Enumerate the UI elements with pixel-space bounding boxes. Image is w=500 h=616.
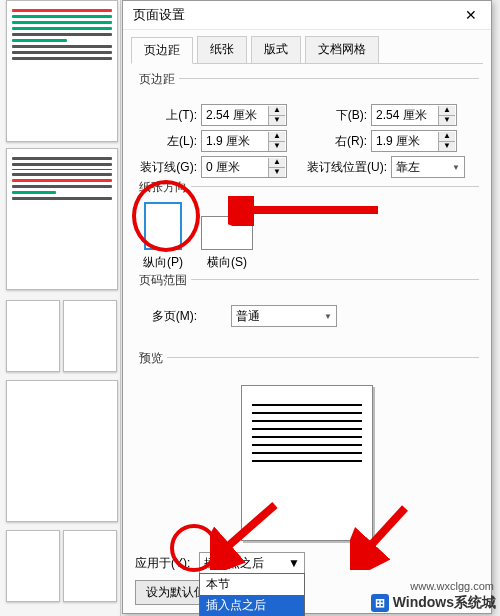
- gutter-pos-select[interactable]: 靠左 ▼: [391, 156, 465, 178]
- margins-heading: 页边距: [135, 71, 179, 88]
- landscape-label: 横向(S): [207, 254, 247, 271]
- apply-to-label: 应用于(Y):: [135, 555, 199, 572]
- apply-option-selected[interactable]: 插入点之后: [200, 595, 304, 616]
- gutter-label: 装订线(G):: [135, 159, 201, 176]
- page-setup-dialog: 页面设置 ✕ 页边距 纸张 版式 文档网格 页边距 上(T): ▲▼ 下(B):: [122, 0, 492, 614]
- orientation-portrait[interactable]: 纵向(P): [143, 202, 183, 271]
- bottom-margin-field[interactable]: [372, 106, 438, 124]
- apply-to-select[interactable]: 插入点之后 ▼ 本节 插入点之后: [199, 552, 305, 574]
- spin-down-icon[interactable]: ▼: [439, 116, 455, 125]
- right-margin-label: 右(R):: [305, 133, 371, 150]
- multi-page-label: 多页(M):: [135, 308, 201, 325]
- preview-heading: 预览: [135, 350, 167, 367]
- chevron-down-icon: ▼: [452, 163, 460, 172]
- apply-to-value: 插入点之后: [204, 555, 264, 572]
- bottom-margin-label: 下(B):: [305, 107, 371, 124]
- orientation-landscape[interactable]: 横向(S): [201, 216, 253, 271]
- top-margin-label: 上(T):: [135, 107, 201, 124]
- multi-page-select[interactable]: 普通 ▼: [231, 305, 337, 327]
- thumbnail-panel: [0, 0, 121, 616]
- spin-up-icon[interactable]: ▲: [269, 106, 285, 116]
- right-margin-input[interactable]: ▲▼: [371, 130, 457, 152]
- pages-heading: 页码范围: [135, 272, 191, 289]
- bottom-margin-input[interactable]: ▲▼: [371, 104, 457, 126]
- spin-up-icon[interactable]: ▲: [439, 106, 455, 116]
- apply-option[interactable]: 本节: [200, 574, 304, 595]
- right-margin-field[interactable]: [372, 132, 438, 150]
- gutter-pos-value: 靠左: [396, 159, 420, 176]
- left-margin-label: 左(L):: [135, 133, 201, 150]
- chevron-down-icon: ▼: [324, 312, 332, 321]
- page-thumb[interactable]: [6, 380, 118, 522]
- page-thumb[interactable]: [63, 530, 117, 602]
- watermark: ⊞ Windows系统城: [371, 594, 496, 612]
- apply-to-dropdown: 本节 插入点之后: [199, 573, 305, 616]
- gutter-pos-label: 装订线位置(U):: [305, 159, 391, 176]
- top-margin-input[interactable]: ▲▼: [201, 104, 287, 126]
- spin-down-icon[interactable]: ▼: [269, 142, 285, 151]
- preview-page: [241, 385, 373, 541]
- gutter-field[interactable]: [202, 158, 268, 176]
- chevron-down-icon: ▼: [288, 556, 300, 570]
- watermark-url: www.wxclgg.com: [410, 580, 494, 592]
- page-thumb[interactable]: [6, 0, 118, 142]
- spin-up-icon[interactable]: ▲: [269, 158, 285, 168]
- multi-page-value: 普通: [236, 308, 260, 325]
- tab-layout[interactable]: 版式: [251, 36, 301, 63]
- windows-icon: ⊞: [371, 594, 389, 612]
- spin-down-icon[interactable]: ▼: [269, 168, 285, 177]
- dialog-title: 页面设置: [133, 7, 185, 22]
- left-margin-field[interactable]: [202, 132, 268, 150]
- page-thumb[interactable]: [6, 148, 118, 290]
- spin-down-icon[interactable]: ▼: [439, 142, 455, 151]
- tab-strip: 页边距 纸张 版式 文档网格: [131, 36, 483, 64]
- tab-margins[interactable]: 页边距: [131, 37, 193, 64]
- spin-down-icon[interactable]: ▼: [269, 116, 285, 125]
- page-thumb[interactable]: [63, 300, 117, 372]
- close-button[interactable]: ✕: [451, 1, 491, 29]
- watermark-text: Windows系统城: [393, 594, 496, 612]
- spin-up-icon[interactable]: ▲: [269, 132, 285, 142]
- dialog-titlebar: 页面设置 ✕: [123, 1, 491, 30]
- top-margin-field[interactable]: [202, 106, 268, 124]
- tab-grid[interactable]: 文档网格: [305, 36, 379, 63]
- portrait-label: 纵向(P): [143, 254, 183, 271]
- page-thumb[interactable]: [6, 530, 60, 602]
- spin-up-icon[interactable]: ▲: [439, 132, 455, 142]
- page-thumb[interactable]: [6, 300, 60, 372]
- gutter-input[interactable]: ▲▼: [201, 156, 287, 178]
- left-margin-input[interactable]: ▲▼: [201, 130, 287, 152]
- orientation-heading: 纸张方向: [135, 179, 191, 196]
- tab-paper[interactable]: 纸张: [197, 36, 247, 63]
- set-default-label: 设为默认值: [146, 585, 206, 599]
